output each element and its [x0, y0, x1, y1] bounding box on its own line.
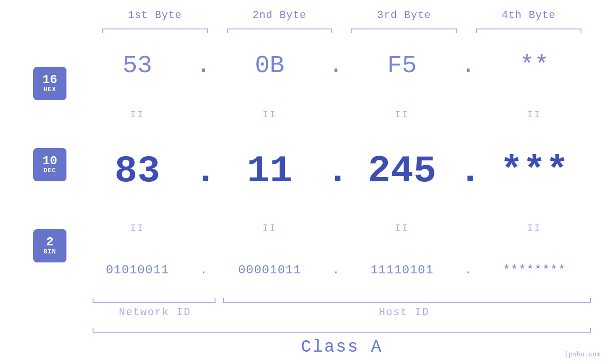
badge-dec-number: 10 [42, 155, 57, 167]
bottom-area: Network ID Host ID [19, 293, 591, 318]
equals-cell-2-4: II [478, 223, 591, 233]
bracket-top-3 [344, 24, 464, 38]
bin-cell-3: 11110101 [346, 263, 459, 277]
byte-header-1: 1st Byte [93, 9, 217, 21]
watermark: ipshu.com [564, 351, 601, 358]
bracket-top-2 [220, 24, 340, 38]
dec-cell-4: *** [478, 149, 591, 193]
dec-val-2: 11 [247, 149, 292, 193]
equals-cell-2: II [213, 109, 327, 120]
bin-dot-2: . [327, 263, 346, 277]
bin-row: 01010011 . 00001011 . 11110101 . [81, 263, 591, 277]
dec-val-4: *** [500, 149, 569, 193]
hex-val-2: 0B [255, 52, 284, 80]
equals-cell-3: II [346, 109, 459, 120]
main-container: 1st Byte 2nd Byte 3rd Byte 4th Byte 16 H… [0, 0, 610, 364]
badge-hex: 16 HEX [33, 67, 66, 100]
badge-hex-number: 16 [42, 74, 57, 86]
bottom-brackets [93, 293, 591, 303]
bin-val-3: 11110101 [370, 263, 433, 277]
byte-header-2: 2nd Byte [217, 9, 342, 21]
equals-cell-2-1: II [81, 223, 194, 233]
host-id-label: Host ID [217, 307, 591, 318]
bin-val-1: 01010011 [106, 263, 169, 277]
dec-cell-2: 11 [213, 149, 327, 193]
equals-cell-2-3: II [346, 223, 459, 233]
class-label: Class A [93, 337, 591, 357]
bin-val-4: ******** [503, 263, 566, 277]
bin-dot-1: . [194, 263, 213, 277]
dec-cell-1: 83 [81, 149, 194, 193]
hex-dot-3: . [459, 52, 478, 80]
bin-val-2: 00001011 [238, 263, 301, 277]
hex-cell-3: F5 [346, 52, 459, 80]
hex-cell-1: 53 [81, 52, 194, 80]
equals-cell-4: II [478, 109, 591, 120]
badge-hex-label: HEX [44, 86, 56, 93]
dec-row: 83 . 11 . 245 . *** [81, 149, 591, 193]
hex-row: 53 . 0B . F5 . ** [81, 52, 591, 80]
bin-cell-1: 01010011 [81, 263, 194, 277]
badge-bin-label: BIN [44, 248, 56, 255]
equals-row-2: II II II II [81, 221, 591, 235]
byte-headers: 1st Byte 2nd Byte 3rd Byte 4th Byte [19, 9, 591, 21]
top-brackets [19, 24, 591, 38]
hex-dot-1: . [194, 52, 213, 80]
bin-cell-2: 00001011 [213, 263, 327, 277]
class-bracket [93, 323, 591, 333]
badge-bin: 2 BIN [33, 229, 66, 262]
content-area: 16 HEX 10 DEC 2 BIN 53 . [19, 38, 591, 291]
bin-cell-4: ******** [478, 263, 591, 277]
dec-dot-3: . [459, 149, 478, 193]
hex-val-1: 53 [122, 52, 152, 80]
hex-cell-2: 0B [213, 52, 327, 80]
badge-dec: 10 DEC [33, 148, 66, 181]
bracket-top-1 [95, 24, 215, 38]
byte-header-4: 4th Byte [467, 9, 591, 21]
bracket-top-4 [469, 24, 589, 38]
hex-val-3: F5 [387, 52, 417, 80]
hex-cell-4: ** [478, 52, 591, 80]
equals-row-1: II II II II [81, 108, 591, 122]
byte-header-3: 3rd Byte [342, 9, 467, 21]
network-id-label: Network ID [93, 307, 217, 318]
data-grid: 53 . 0B . F5 . ** [81, 38, 591, 291]
dec-cell-3: 245 [346, 149, 459, 193]
dec-dot-2: . [327, 149, 346, 193]
equals-cell-1: II [81, 109, 194, 120]
class-row: Class A [19, 323, 591, 357]
hex-val-4: ** [519, 52, 549, 80]
hex-dot-2: . [327, 52, 346, 80]
badge-bin-number: 2 [46, 236, 54, 248]
labels-row: Network ID Host ID [93, 307, 591, 318]
dec-dot-1: . [194, 149, 213, 193]
badges-column: 16 HEX 10 DEC 2 BIN [19, 38, 81, 291]
dec-val-3: 245 [368, 149, 436, 193]
dec-val-1: 83 [114, 149, 160, 193]
equals-cell-2-2: II [213, 223, 327, 233]
bin-dot-3: . [459, 263, 478, 277]
badge-dec-label: DEC [44, 167, 56, 174]
